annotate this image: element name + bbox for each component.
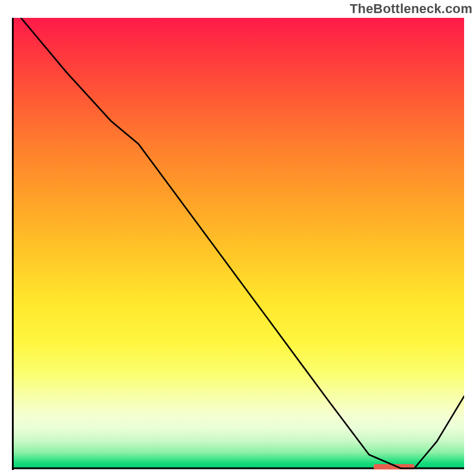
chart-area <box>12 18 464 470</box>
bottleneck-curve <box>21 18 464 468</box>
chart-overlay-svg <box>12 18 464 470</box>
watermark-text: TheBottleneck.com <box>350 1 472 17</box>
